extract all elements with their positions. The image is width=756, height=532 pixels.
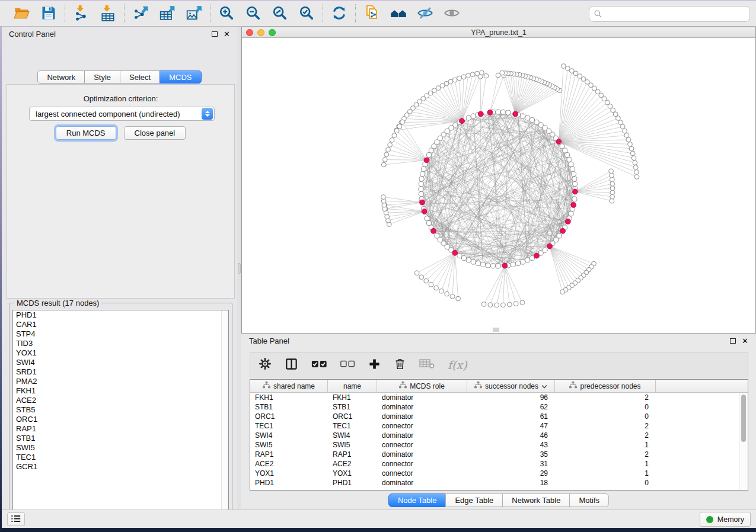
mcds-node-item[interactable]: SRD1 <box>13 367 228 377</box>
table-cell[interactable]: 0 <box>555 412 656 421</box>
first-neighbors-button[interactable] <box>388 4 409 24</box>
table-cell[interactable]: 31 <box>467 460 555 468</box>
mcds-node-item[interactable]: TEC1 <box>13 453 228 462</box>
table-cell[interactable]: ACE2 <box>250 460 328 468</box>
mcds-node-item[interactable]: FKH1 <box>13 386 228 396</box>
mcds-node-item[interactable]: ORC1 <box>13 415 228 424</box>
export-table-button[interactable] <box>157 4 177 24</box>
table-cell[interactable]: dominator <box>377 431 467 440</box>
table-cell[interactable]: RAP1 <box>250 450 328 459</box>
table-cell[interactable]: SWI5 <box>250 441 328 449</box>
table-cell[interactable]: 96 <box>467 393 555 402</box>
function-builder-button[interactable]: f(x) <box>448 356 467 374</box>
table-row[interactable]: SWI5SWI5connector431 <box>250 440 739 450</box>
table-cell[interactable]: TEC1 <box>328 422 377 430</box>
table-cell[interactable]: PHD1 <box>250 479 328 487</box>
panel-splitter[interactable] <box>237 27 241 509</box>
mcds-node-item[interactable]: CAR1 <box>13 320 228 329</box>
table-cell[interactable]: 18 <box>467 479 555 487</box>
tab-edge-table[interactable]: Edge Table <box>445 493 503 507</box>
zoom-in-button[interactable] <box>216 4 237 24</box>
table-cell[interactable]: 47 <box>467 422 555 430</box>
tab-network-table[interactable]: Network Table <box>502 493 570 507</box>
table-cell[interactable]: 46 <box>467 431 555 440</box>
table-cell[interactable]: ACE2 <box>328 460 377 468</box>
table-cell[interactable]: 1 <box>555 460 656 468</box>
search-input[interactable] <box>589 6 750 22</box>
table-cell[interactable]: YOX1 <box>328 469 377 477</box>
table-cell[interactable]: YOX1 <box>250 469 328 477</box>
mcds-node-item[interactable]: SWI4 <box>13 358 228 367</box>
zoom-out-button[interactable] <box>243 4 263 24</box>
mcds-node-item[interactable]: YOX1 <box>13 348 228 358</box>
new-network-from-selection-button[interactable] <box>362 4 382 24</box>
mcds-node-item[interactable]: RAP1 <box>13 424 228 434</box>
table-scrollbar[interactable] <box>739 393 748 490</box>
delete-column-button[interactable] <box>394 356 406 374</box>
memory-button[interactable]: Memory <box>700 512 751 527</box>
table-cell[interactable]: FKH1 <box>250 393 328 402</box>
table-row[interactable]: ORC1ORC1dominator610 <box>250 412 739 421</box>
show-column-panel-button[interactable] <box>285 356 298 374</box>
tab-motifs[interactable]: Motifs <box>569 493 609 507</box>
table-cell[interactable]: 0 <box>555 403 656 411</box>
mcds-node-item[interactable]: PMA2 <box>13 377 228 386</box>
table-cell[interactable]: 1 <box>555 469 656 477</box>
zoom-fit-button[interactable] <box>270 4 290 24</box>
table-cell[interactable]: 62 <box>467 403 555 411</box>
refresh-view-button[interactable] <box>329 4 349 24</box>
table-cell[interactable]: TEC1 <box>250 422 328 430</box>
float-panel-icon[interactable] <box>212 31 218 37</box>
table-cell[interactable]: PHD1 <box>328 479 377 487</box>
mcds-node-item[interactable]: TID3 <box>13 339 228 348</box>
network-window-titlebar[interactable]: YPA_prune.txt_1 <box>242 27 755 38</box>
table-settings-button[interactable] <box>259 356 272 374</box>
tab-network[interactable]: Network <box>37 70 85 84</box>
import-network-button[interactable] <box>71 4 91 24</box>
add-column-button[interactable] <box>368 356 381 374</box>
table-row[interactable]: TEC1TEC1connector472 <box>250 421 739 431</box>
table-cell[interactable]: ORC1 <box>328 412 377 421</box>
table-cell[interactable]: connector <box>377 469 467 477</box>
deselect-all-rows-button[interactable] <box>340 356 355 374</box>
table-cell[interactable]: RAP1 <box>328 450 377 459</box>
mcds-node-item[interactable]: STB5 <box>13 405 228 415</box>
mcds-node-item[interactable]: ACE2 <box>13 396 228 405</box>
table-cell[interactable]: connector <box>377 460 467 468</box>
task-history-button[interactable] <box>7 512 25 526</box>
splitter-grip[interactable] <box>238 263 241 274</box>
tab-style[interactable]: Style <box>84 70 120 84</box>
mcds-node-item[interactable]: SWI5 <box>13 443 228 453</box>
table-row[interactable]: SWI4SWI4dominator462 <box>250 431 739 440</box>
run-mcds-button[interactable]: Run MCDS <box>56 126 116 140</box>
close-panel-icon[interactable]: ✕ <box>742 337 748 345</box>
table-row[interactable]: RAP1RAP1dominator352 <box>250 450 739 459</box>
table-cell[interactable]: dominator <box>377 393 467 402</box>
tab-node-table[interactable]: Node Table <box>388 493 446 507</box>
export-image-button[interactable] <box>184 4 204 24</box>
table-cell[interactable]: 29 <box>467 469 555 477</box>
open-file-button[interactable] <box>12 4 32 24</box>
table-cell[interactable]: SWI4 <box>328 431 377 440</box>
hide-selected-button[interactable] <box>415 4 435 24</box>
mcds-node-item[interactable]: PHD1 <box>13 310 228 320</box>
close-panel-button[interactable]: Close panel <box>124 126 186 140</box>
table-cell[interactable]: 43 <box>467 441 555 449</box>
zoom-selected-button[interactable] <box>296 4 317 24</box>
table-cell[interactable]: dominator <box>377 403 467 411</box>
column-header-predecessor-nodes[interactable]: predecessor nodes <box>555 380 656 392</box>
criterion-select[interactable]: largest connected component (undirected) <box>29 107 215 121</box>
table-cell[interactable]: connector <box>377 441 467 449</box>
table-cell[interactable]: 2 <box>555 393 656 402</box>
table-cell[interactable]: 2 <box>555 422 656 430</box>
column-header-name[interactable]: name <box>328 380 377 392</box>
delete-table-button[interactable] <box>419 356 435 374</box>
float-panel-icon[interactable] <box>730 338 736 344</box>
table-row[interactable]: PHD1PHD1dominator180 <box>250 478 739 488</box>
table-row[interactable]: ACE2ACE2connector311 <box>250 459 739 469</box>
mcds-node-item[interactable]: GCR1 <box>13 462 228 472</box>
table-cell[interactable]: dominator <box>377 412 467 421</box>
table-cell[interactable]: 2 <box>555 431 656 440</box>
table-cell[interactable]: STB1 <box>250 403 328 411</box>
table-cell[interactable]: FKH1 <box>328 393 377 402</box>
